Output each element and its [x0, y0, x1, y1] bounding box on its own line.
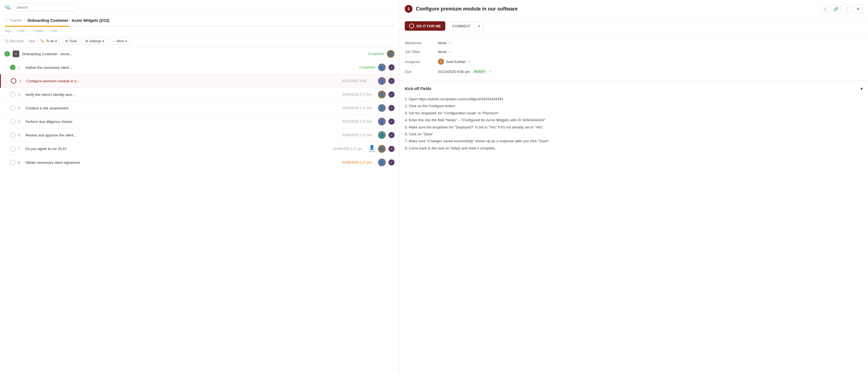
fields-section: Milestones None ✏ Job Titles None ✏ Assi…: [399, 34, 868, 81]
task-title-7: Do you agree to our SLA?: [25, 147, 330, 151]
folders-add[interactable]: + Add: [49, 29, 57, 33]
star-icon[interactable]: ☆: [4, 18, 8, 23]
avatar-3: 👤: [378, 91, 386, 98]
task-date-6: 01/09/2025 2:17 pm: [342, 133, 375, 137]
ready-badge: READY: [472, 69, 487, 74]
task-check-2[interactable]: [11, 78, 16, 84]
tags-add[interactable]: + Add: [16, 29, 24, 33]
comment-dropdown-button[interactable]: ▾: [475, 22, 483, 31]
avatar-6: 👤: [378, 131, 386, 139]
task-num-2: 2: [19, 79, 24, 83]
search-bar: 🔍: [0, 0, 399, 15]
task-list: ✓ ≡ Onboarding Customer - Acme... Comple…: [0, 47, 399, 374]
task-check-7[interactable]: [10, 146, 16, 152]
task-check-1[interactable]: ✓: [10, 65, 16, 70]
close-button[interactable]: ✕: [854, 4, 863, 13]
task-date-4: 01/09/2025 2:17 pm: [342, 106, 375, 110]
pencil-icon: ✏️: [40, 39, 45, 43]
task-title-2: Configure premium module in o...: [26, 79, 339, 83]
table-row[interactable]: 4 Conduct a risk assessment 01/09/2025 2…: [0, 102, 399, 115]
task-check-6[interactable]: [10, 132, 16, 138]
comment-button[interactable]: COMMENT: [447, 22, 475, 31]
task-title-6: Review and approve the client...: [25, 133, 339, 137]
progress-bar: [4, 26, 395, 27]
milestones-edit-icon[interactable]: ✏: [448, 41, 452, 45]
progress-bar-fill: [4, 26, 69, 27]
task-number-badge: 2: [405, 5, 412, 13]
task-check-0[interactable]: ✓: [4, 51, 10, 57]
breadcrumb-title: Onboarding Customer - Acme Widgets (2/12…: [27, 18, 109, 23]
table-row[interactable]: 5 Perform due diligence checks 01/10/202…: [0, 115, 399, 128]
task-num-3: 3: [18, 92, 23, 97]
tools-icon: ⚙: [65, 39, 68, 43]
assigned-edit-icon[interactable]: ✏: [468, 60, 471, 64]
table-row[interactable]: 3 Verify the client's identity and... 01…: [0, 88, 399, 102]
settings-button[interactable]: ⚙ Settings ▾: [82, 37, 107, 45]
assigned-value: A Amit Kothari ✏: [438, 59, 471, 65]
due-soon: 🕐 Due soon: [4, 39, 24, 43]
due-edit-icon[interactable]: ✏: [489, 69, 492, 74]
tools-button[interactable]: ⚙ Tools: [62, 37, 80, 45]
avatar-7: 👤: [378, 145, 386, 153]
kickoff-section: Kick-off Fields ▾ 1. Open https://admin.…: [399, 81, 868, 157]
task-date-8: 01/08/2025 2:17 pm: [342, 161, 375, 164]
more-button[interactable]: ⋯ More ▾: [109, 37, 130, 45]
more-options-button[interactable]: ⋮: [843, 4, 851, 13]
task-num-7: 7: [18, 147, 23, 151]
table-row[interactable]: ✓ 1 Gather the necessary client... Compl…: [0, 61, 399, 74]
instruction-line: 7. Make sure "Changes saved successfully…: [405, 138, 863, 144]
todo-button[interactable]: ✏️ To do ▾: [37, 37, 60, 45]
do-it-circle-icon: [409, 24, 414, 28]
table-row[interactable]: 7 Do you agree to our SLA? 01/09/2025 2:…: [0, 142, 399, 156]
instruction-line: 4. Enter this into the field "Notes" – "…: [405, 117, 863, 123]
task-title-5: Perform due diligence checks: [25, 120, 339, 124]
kickoff-header[interactable]: Kick-off Fields ▾: [405, 84, 863, 93]
task-num-6: 6: [18, 133, 23, 137]
task-check-3[interactable]: [10, 92, 16, 97]
star-button[interactable]: ☆: [820, 4, 829, 13]
task-check-4[interactable]: [10, 105, 16, 111]
table-row[interactable]: 6 Review and approve the client... 01/09…: [0, 128, 399, 142]
avatar-5: 👤: [378, 118, 386, 125]
breadcrumb: ☆ Tracker > Onboarding Customer - Acme W…: [0, 15, 399, 26]
kickoff-expand-icon[interactable]: ▾: [861, 86, 863, 91]
chevron-down-icon: ▾: [55, 39, 57, 43]
tags-folders-row: Tags + Add Folders + Add: [0, 28, 399, 35]
avatar-8: 👤: [378, 159, 386, 166]
table-row[interactable]: ✓ ≡ Onboarding Customer - Acme... Comple…: [0, 47, 399, 61]
folders-label: Folders: [33, 29, 44, 33]
assigned-field: Assigned A Amit Kothari ✏: [405, 56, 863, 67]
right-panel-title: Configure premium module in our software: [416, 6, 817, 12]
instruction-line: 8. Come back to the task on Tallyfy and …: [405, 145, 863, 151]
task-date-2: 01/13/2025 9:00...: [342, 79, 375, 83]
view-label: View: [28, 39, 35, 43]
task-date-5: 01/10/2025 2:17 pm: [342, 120, 375, 123]
due-label: Due: [405, 69, 438, 74]
search-input[interactable]: [12, 3, 79, 11]
instruction-line: 1. Open https://admin.oursystem.com/conf…: [405, 96, 863, 102]
settings-chevron-icon: ▾: [102, 39, 104, 43]
task-check-8[interactable]: [10, 160, 16, 165]
done-badge-1: ✓: [389, 64, 395, 70]
table-row[interactable]: 8 Obtain necessary client signatures 01/…: [0, 156, 399, 169]
left-panel: 🔍 ☆ Tracker > Onboarding Customer - Acme…: [0, 0, 399, 374]
link-button[interactable]: 🔗: [832, 4, 840, 13]
instructions: 1. Open https://admin.oursystem.com/conf…: [405, 93, 863, 154]
assignee-avatar: A: [438, 59, 444, 65]
more-chevron-icon: ▾: [125, 39, 127, 43]
settings-icon: ⚙: [85, 39, 88, 43]
task-check-5[interactable]: [10, 119, 16, 124]
job-titles-edit-icon[interactable]: ✏: [448, 50, 452, 54]
table-row[interactable]: 2 Configure premium module in o... 01/13…: [0, 74, 399, 88]
done-badge-8: ✓: [389, 160, 395, 166]
search-icon-wrap: 🔍: [4, 5, 10, 10]
job-titles-value: None ✏: [438, 50, 452, 54]
avatar-2: 👤: [378, 77, 386, 85]
done-badge-3: ✓: [389, 91, 395, 97]
tracker-link[interactable]: Tracker: [10, 18, 22, 22]
avatar-1: 👤: [378, 63, 386, 71]
instruction-line: 3. Set the dropdown for "Configuration m…: [405, 110, 863, 116]
task-title-4: Conduct a risk assessment: [25, 106, 339, 110]
do-it-for-me-button[interactable]: DO IT FOR ME: [405, 21, 445, 31]
due-value: 01/13/2025 9:00 am READY ✏: [438, 69, 492, 74]
